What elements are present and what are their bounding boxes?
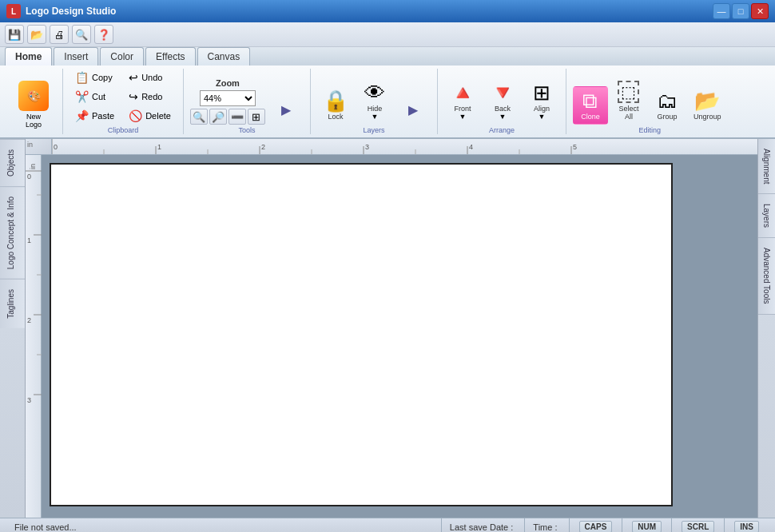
caps-key-label: CAPS [579,521,613,532]
align-button[interactable]: ⊞ Align ▼ [524,78,559,125]
svg-text:0: 0 [27,173,31,181]
hide-button[interactable]: 👁 Hide ▼ [357,78,392,125]
time-label: Time : [533,522,557,532]
zoom-select[interactable]: 25% 44% 50% 75% 100% 150% 200% [200,90,256,106]
arrange-label: Arrange [489,126,515,134]
scrl-key-label: SCRL [682,521,714,532]
editing-label: Editing [638,126,661,134]
scrl-key: SCRL [672,518,725,532]
delete-button[interactable]: 🚫 Delete [123,107,177,125]
canvas-scroll[interactable] [42,155,757,518]
lock-label: Lock [328,113,343,121]
right-sidebar: Alignment Layers Advanced Tools [757,139,775,518]
open-quick-button[interactable]: 📂 [27,25,46,44]
select-all-label: SelectAll [618,105,638,121]
tab-canvas[interactable]: Canvas [197,47,251,66]
svg-text:1: 1 [27,236,31,244]
tab-effects[interactable]: Effects [145,47,195,66]
ribbon-clipboard-section: 📋 Copy ✂️ Cut 📌 Paste ↩ Undo ↪ [63,69,184,134]
title-bar: L Logo Design Studio — □ ✕ [0,0,775,22]
right-tab-advanced[interactable]: Advanced Tools [758,238,775,314]
minimize-button[interactable]: — [713,3,730,19]
ribbon-new-section: 🎨 NewLogo [5,69,63,134]
ruler-left: in 0 1 2 3 [26,155,42,518]
svg-text:3: 3 [27,396,31,404]
front-icon: 🔺 [450,82,475,103]
layers-expand-button[interactable]: ▶ [395,98,431,121]
caps-key: CAPS [570,518,623,532]
new-logo-button[interactable]: 🎨 NewLogo [11,77,56,133]
right-tab-layers[interactable]: Layers [758,194,775,238]
num-key: NUM [622,518,672,532]
svg-text:2: 2 [27,316,31,324]
tab-home[interactable]: Home [5,47,52,66]
close-button[interactable]: ✕ [751,3,769,19]
ribbon-arrange-section: 🔺 Front ▼ 🔻 Back ▼ ⊞ Align ▼ Arrange [438,69,566,134]
hide-label: Hide [368,105,383,113]
print-quick-button[interactable]: 🖨 [50,25,69,44]
sidebar-tab-objects[interactable]: Objects [0,139,25,186]
ruler-top-svg: 0 1 2 3 4 5 [52,139,757,154]
group-button[interactable]: 🗂 Group [650,86,685,125]
group-icon: 🗂 [657,90,678,111]
ungroup-icon: 📂 [694,90,720,111]
zoom-actual-button[interactable]: ⊞ [248,109,265,125]
undo-icon: ↩ [129,71,138,84]
canvas-area: in 0 1 2 3 4 5 [26,139,757,518]
right-tab-alignment[interactable]: Alignment [758,139,775,194]
time-section: Time : [525,518,569,532]
zoom-out-button[interactable]: 🔍 [190,109,208,125]
help-quick-button[interactable]: ❓ [94,25,113,44]
paste-button[interactable]: 📌 Paste [70,107,120,125]
left-sidebar: Objects Logo Concept & Info Taglines [0,139,26,518]
status-bar: File not saved... Last save Date : Time … [0,518,775,532]
canvas-paper [50,163,673,506]
select-all-icon: ⬚ [618,81,639,103]
ruler-left-svg: in 0 1 2 3 [26,155,42,518]
ribbon: 🎨 NewLogo 📋 Copy ✂️ Cut 📌 Paste [0,66,775,139]
sidebar-tab-taglines[interactable]: Taglines [0,279,25,328]
redo-button[interactable]: ↪ Redo [123,88,177,105]
ruler-top: in 0 1 2 3 4 5 [26,139,757,155]
cut-button[interactable]: ✂️ Cut [70,88,120,105]
cut-icon: ✂️ [75,90,89,103]
back-button[interactable]: 🔻 Back ▼ [484,78,521,125]
window-controls: — □ ✕ [713,3,769,19]
file-status-text: File not saved... [14,522,77,532]
ungroup-button[interactable]: 📂 Ungroup [688,86,727,125]
front-button[interactable]: 🔺 Front ▼ [444,78,481,125]
file-status: File not saved... [6,518,442,532]
align-label: Align [534,105,550,113]
clone-button[interactable]: ⧉ Clone [573,86,608,125]
hide-icon: 👁 [364,82,385,103]
main-area: Objects Logo Concept & Info Taglines in … [0,139,775,518]
clipboard-label: Clipboard [108,126,139,134]
save-quick-button[interactable]: 💾 [5,25,24,44]
zoom-in-button[interactable]: 🔎 [209,109,227,125]
maximize-button[interactable]: □ [732,3,749,19]
zoom-quick-button[interactable]: 🔍 [72,25,91,44]
zoom-minus-button[interactable]: ➖ [229,109,246,125]
undo-button[interactable]: ↩ Undo [123,69,177,86]
menu-tabs: Home Insert Color Effects Canvas [0,47,775,66]
window-title: Logo Design Studio [26,6,713,17]
back-icon: 🔻 [490,82,515,103]
clone-icon: ⧉ [582,90,598,111]
tab-color[interactable]: Color [100,47,144,66]
tab-insert[interactable]: Insert [54,47,98,66]
svg-text:5: 5 [573,143,577,151]
select-all-button[interactable]: ⬚ SelectAll [611,77,646,125]
lock-icon: 🔒 [323,90,348,111]
last-save-label: Last save Date : [450,522,514,532]
front-label: Front [454,105,471,113]
copy-button[interactable]: 📋 Copy [70,69,120,86]
ribbon-editing-section: ⧉ Clone ⬚ SelectAll 🗂 Group 📂 Ungroup Ed… [566,69,733,134]
ribbon-tools-section: Zoom 25% 44% 50% 75% 100% 150% 200% 🔍 🔎 … [184,69,311,134]
svg-text:1: 1 [157,143,161,151]
layers-label: Layers [363,126,384,134]
redo-icon: ↪ [129,90,138,103]
lock-button[interactable]: 🔒 Lock [317,86,354,125]
ins-key: INS [725,518,769,532]
tools-expand-button[interactable]: ▶ [268,98,304,121]
sidebar-tab-logo-info[interactable]: Logo Concept & Info [0,186,25,279]
